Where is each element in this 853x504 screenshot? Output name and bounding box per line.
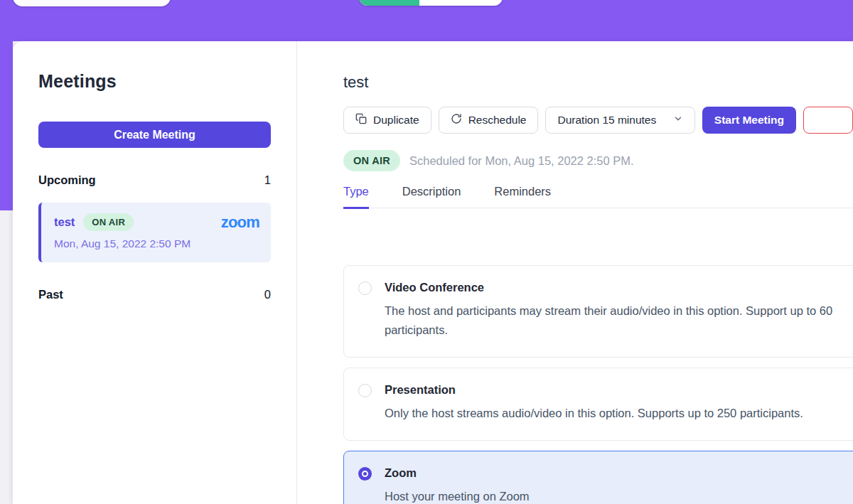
radio-dot <box>362 471 368 477</box>
topbar-search-pill[interactable] <box>13 0 171 6</box>
upcoming-label: Upcoming <box>38 173 96 187</box>
detail-tabs: Type Description Reminders <box>343 185 853 208</box>
on-air-badge-main: ON AIR <box>343 150 400 171</box>
delete-meeting-button[interactable] <box>803 107 853 134</box>
copy-icon <box>355 113 367 127</box>
meeting-item-row: test ON AIR zoom <box>54 213 259 231</box>
header-left-strip <box>0 0 13 210</box>
toolbar: Duplicate Reschedule Duration 15 minutes… <box>343 107 853 134</box>
option-description: Host your meeting on Zoom <box>385 487 853 504</box>
meeting-datetime: Mon, Aug 15, 2022 2:50 PM <box>54 237 259 250</box>
start-meeting-button[interactable]: Start Meeting <box>702 107 796 134</box>
radio-checked-icon[interactable] <box>358 467 372 481</box>
tab-type[interactable]: Type <box>343 185 369 209</box>
meeting-list-item[interactable]: test ON AIR zoom Mon, Aug 15, 2022 2:50 … <box>38 203 271 262</box>
refresh-icon <box>451 113 462 127</box>
option-title: Presentation <box>385 383 853 397</box>
option-description: The host and participants may stream the… <box>385 301 853 340</box>
status-row: ON AIR Scheduled for Mon, Aug 15, 2022 2… <box>343 150 853 171</box>
duplicate-label: Duplicate <box>373 114 419 127</box>
duplicate-button[interactable]: Duplicate <box>343 107 431 134</box>
meeting-type-options: Video Conference The host and participan… <box>343 265 853 504</box>
option-title: Video Conference <box>385 281 853 294</box>
chevron-down-icon <box>673 114 683 127</box>
option-description: Only the host streams audio/video in thi… <box>385 404 853 423</box>
meeting-detail-panel: test Duplicate Reschedule Duration 15 mi… <box>297 41 853 504</box>
reschedule-button[interactable]: Reschedule <box>439 107 539 134</box>
option-zoom[interactable]: Zoom Host your meeting on Zoom <box>343 451 853 504</box>
past-label: Past <box>38 288 63 301</box>
zoom-logo: zoom <box>221 215 259 230</box>
on-air-badge: ON AIR <box>83 213 134 231</box>
radio-unchecked-icon[interactable] <box>358 384 372 397</box>
option-body: Presentation Only the host streams audio… <box>385 383 853 423</box>
option-title: Zoom <box>385 466 853 480</box>
past-count: 0 <box>264 288 271 301</box>
create-meeting-button[interactable]: Create Meeting <box>38 122 271 148</box>
tab-reminders[interactable]: Reminders <box>494 185 551 209</box>
option-presentation[interactable]: Presentation Only the host streams audio… <box>343 368 853 441</box>
meeting-name: test <box>54 215 75 229</box>
duration-select[interactable]: Duration 15 minutes <box>545 107 694 134</box>
option-body: Zoom Host your meeting on Zoom <box>385 466 853 504</box>
scheduled-text: Scheduled for Mon, Aug 15, 2022 2:50 PM. <box>409 154 634 168</box>
meetings-sidebar: Meetings Create Meeting Upcoming 1 test … <box>13 41 297 504</box>
upcoming-count: 1 <box>264 173 271 187</box>
sidebar-title: Meetings <box>38 71 271 92</box>
topbar-progress-fill <box>359 0 419 6</box>
page-title: test <box>343 73 853 92</box>
option-video-conference[interactable]: Video Conference The host and participan… <box>343 265 853 358</box>
app-card: Meetings Create Meeting Upcoming 1 test … <box>13 41 853 504</box>
past-section-header[interactable]: Past 0 <box>38 288 271 301</box>
radio-unchecked-icon[interactable] <box>358 282 372 295</box>
upcoming-section-header[interactable]: Upcoming 1 <box>38 173 271 187</box>
reschedule-label: Reschedule <box>468 114 527 127</box>
tab-description[interactable]: Description <box>402 185 461 209</box>
duration-value: Duration 15 minutes <box>557 114 656 127</box>
topbar-progress-bar <box>359 0 503 6</box>
option-body: Video Conference The host and participan… <box>385 281 853 340</box>
